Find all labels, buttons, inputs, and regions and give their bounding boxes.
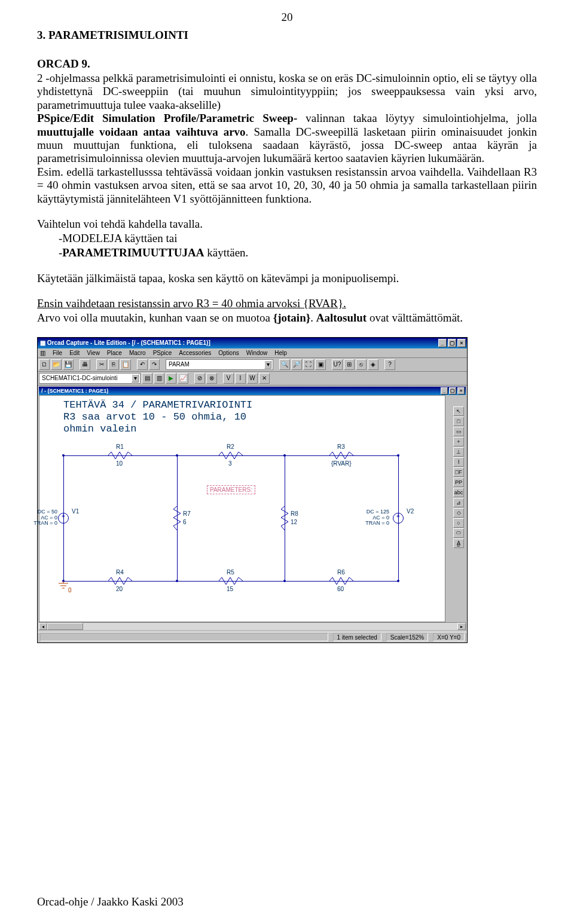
tool-annotate-icon[interactable]: A̲ <box>453 539 464 548</box>
sim-marker2-icon[interactable]: ⊗ <box>206 373 217 384</box>
minimize-button[interactable]: _ <box>438 339 447 347</box>
inner-titlebar[interactable]: / - (SCHEMATIC1 : PAGE1) _ ▢ × <box>39 387 466 395</box>
sim-run-icon[interactable]: ▶ <box>166 373 176 384</box>
sim-profile-combo[interactable]: SCHEMATIC1-DC-simulointi ▾ <box>39 373 141 384</box>
inner-close-button[interactable]: × <box>457 387 465 394</box>
tool-port-icon[interactable]: PP <box>453 478 464 487</box>
resistor-r6-icon <box>329 577 353 585</box>
tool-offpage-icon[interactable]: □F <box>453 467 464 477</box>
maximize-button[interactable]: ▢ <box>448 339 456 347</box>
toolbar-main: 🗋 📂 💾 🖶 ✂ ⎘ 📋 ↶ ↷ PARAM ▾ 🔍 <box>38 358 467 372</box>
chevron-down-icon[interactable]: ▾ <box>132 374 139 383</box>
paragraph-1: 2 -ohjelmassa pelkkä parametrisimulointi… <box>37 72 537 206</box>
tb-misc2-icon[interactable]: ⊞ <box>344 359 355 370</box>
p4-run1: Ensin vaihdetaan resistanssin arvo R3 = … <box>37 297 303 310</box>
menu-place[interactable]: Place <box>107 350 122 356</box>
titlebar[interactable]: ▦ Orcad Capture - Lite Edition - [/ - (S… <box>38 338 467 348</box>
schematic-canvas[interactable]: TEHTÄVÄ 34 / PARAMETRIVARIOINTI R3 saa a… <box>39 395 445 622</box>
menu-accessories[interactable]: Accessories <box>179 350 211 356</box>
menu-edit[interactable]: Edit <box>69 350 80 356</box>
tool-bus-icon[interactable]: ⌇ <box>453 457 464 467</box>
tool-select-icon[interactable]: ↖ <box>453 406 464 416</box>
marker-v-icon[interactable]: V <box>223 373 234 384</box>
statusbar: 1 item selected Scale=152% X=0 Y=0 <box>38 632 467 642</box>
menubar: ▥ File Edit View Place Macro PSpice Acce… <box>38 348 467 358</box>
node <box>283 454 286 457</box>
sim-view-icon[interactable]: 📈 <box>178 373 188 384</box>
tool-part-icon[interactable]: □ <box>453 417 464 426</box>
menu-help[interactable]: Help <box>274 350 287 356</box>
r6-value: 60 <box>337 586 344 592</box>
resistor-r2-icon <box>219 452 243 459</box>
tool-ellipse-icon[interactable]: ⬭ <box>453 528 464 538</box>
tb-help-icon[interactable]: ? <box>384 359 395 370</box>
tb-misc3-icon[interactable]: ⎋ <box>356 359 367 370</box>
part-combo[interactable]: PARAM ▾ <box>166 359 273 370</box>
tb-zoomfit-icon[interactable]: ▣ <box>315 359 326 370</box>
scroll-track[interactable] <box>47 623 457 630</box>
resistor-r3-icon <box>329 452 353 459</box>
tool-text-icon[interactable]: abc <box>453 488 464 497</box>
menu-macro[interactable]: Macro <box>129 350 146 356</box>
option-models: -MODELEJA käyttäen tai <box>59 232 537 245</box>
v1-params: DC = 50 AC = 0 TRAN = 0 <box>28 509 57 527</box>
inner-title: / - (SCHEMATIC1 : PAGE1) <box>41 388 108 394</box>
node <box>397 454 399 457</box>
h-scrollbar[interactable]: ◂ ▸ <box>39 622 466 631</box>
tb-new-icon[interactable]: 🗋 <box>39 359 50 370</box>
marker-x-icon[interactable]: ✕ <box>259 373 270 384</box>
scroll-left-icon[interactable]: ◂ <box>39 623 47 630</box>
r3-value: {RVAR} <box>331 460 352 467</box>
resistor-r7-icon <box>173 506 181 530</box>
sim-new-icon[interactable]: ▤ <box>142 373 152 384</box>
tool-wire-icon[interactable]: ▭ <box>453 427 464 436</box>
p5-run3: . <box>310 311 316 324</box>
menu-file[interactable]: File <box>53 350 62 356</box>
close-button[interactable]: × <box>457 339 466 347</box>
tb-zoomarea-icon[interactable]: ⛶ <box>303 359 314 370</box>
r7-label: R7 <box>183 510 191 517</box>
tool-circle-icon[interactable]: ○ <box>453 518 464 528</box>
tb-misc1-icon[interactable]: U? <box>332 359 343 370</box>
paragraph-5: Arvo voi olla muutakin, kunhan vaan se o… <box>37 311 537 325</box>
tb-zoomin-icon[interactable]: 🔍 <box>279 359 290 370</box>
tool-line-icon[interactable]: ⊿ <box>453 498 464 507</box>
tb-redo-icon[interactable]: ↷ <box>149 359 160 370</box>
r5-value: 15 <box>227 586 233 592</box>
tool-poly-icon[interactable]: ◇ <box>453 508 464 518</box>
sch-title-2: R3 saa arvot 10 - 50 ohmia, 10 <box>63 411 246 423</box>
inner-maximize-button[interactable]: ▢ <box>449 387 456 394</box>
r8-label: R8 <box>291 510 298 517</box>
orcad-window: ▦ Orcad Capture - Lite Edition - [/ - (S… <box>37 337 468 643</box>
menu-pspice[interactable]: PSpice <box>153 350 172 356</box>
tb-save-icon[interactable]: 💾 <box>63 359 74 370</box>
tb-zoomout-icon[interactable]: 🔎 <box>291 359 302 370</box>
tb-copy-icon[interactable]: ⎘ <box>108 359 119 370</box>
sim-profile-value: SCHEMATIC1-DC-simulointi <box>42 375 118 381</box>
section-heading: 3. PARAMETRISIMULOINTI <box>37 29 537 42</box>
tb-open-icon[interactable]: 📂 <box>51 359 62 370</box>
sim-edit-icon[interactable]: ▥ <box>154 373 164 384</box>
tool-net-icon[interactable]: + <box>453 437 464 446</box>
tb-paste-icon[interactable]: 📋 <box>120 359 131 370</box>
tb-cut-icon[interactable]: ✂ <box>96 359 107 370</box>
tb-misc4-icon[interactable]: ◈ <box>368 359 378 370</box>
r7-value: 6 <box>183 519 187 525</box>
place-toolbar: ↖ □ ▭ + ⊥ ⌇ □F PP abc ⊿ ◇ ○ ⬭ A̲ <box>453 406 465 549</box>
tool-gnd-icon[interactable]: ⊥ <box>453 447 464 457</box>
menu-window[interactable]: Window <box>246 350 268 356</box>
sim-marker1-icon[interactable]: ⊘ <box>194 373 205 384</box>
chevron-down-icon[interactable]: ▾ <box>264 360 271 369</box>
node <box>62 454 65 457</box>
marker-w-icon[interactable]: W <box>247 373 258 384</box>
p5-run1: Arvo voi olla muutakin, kunhan vaan se o… <box>37 311 273 324</box>
scroll-thumb[interactable] <box>47 623 83 630</box>
scroll-right-icon[interactable]: ▸ <box>457 623 466 630</box>
inner-minimize-button[interactable]: _ <box>441 387 448 394</box>
menu-options[interactable]: Options <box>218 350 239 356</box>
menu-view[interactable]: View <box>87 350 100 356</box>
tb-print-icon[interactable]: 🖶 <box>80 359 90 370</box>
marker-i-icon[interactable]: I <box>235 373 246 384</box>
parameters-block[interactable]: PARAMETERS: <box>207 485 255 494</box>
tb-undo-icon[interactable]: ↶ <box>137 359 148 370</box>
